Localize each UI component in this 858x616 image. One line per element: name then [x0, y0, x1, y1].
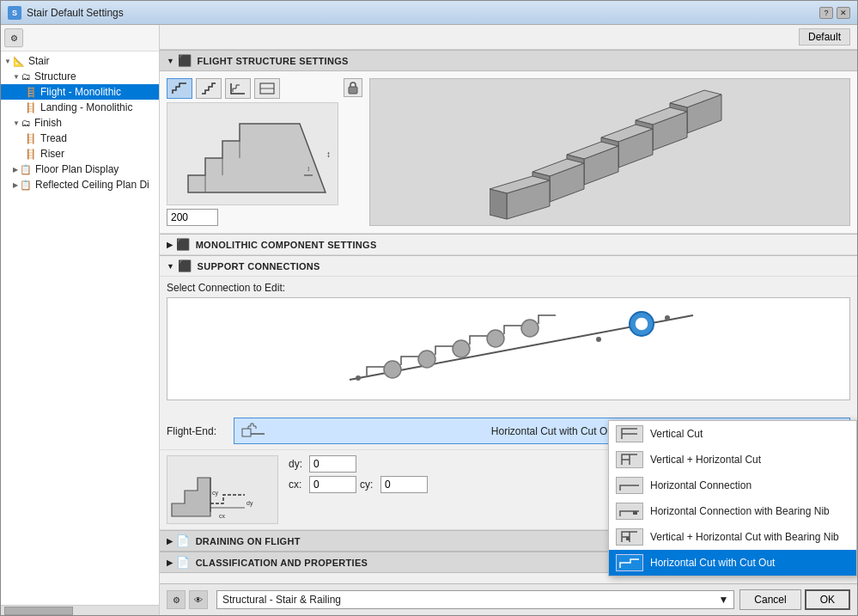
horizontal-connection-icon: [616, 477, 643, 494]
arrow-icon-flight-structure: ▼: [167, 57, 174, 65]
flight-structure-header[interactable]: ▼ ⬛ FLIGHT STRUCTURE SETTINGS: [160, 50, 857, 71]
cx-row: cx: cy:: [289, 476, 428, 493]
cy-input[interactable]: [380, 476, 428, 493]
help-button[interactable]: ?: [819, 7, 833, 19]
tree-label-tread: Tread: [40, 132, 67, 144]
popup-label-horizontal-cutout: Horizontal Cut with Cut Out: [650, 557, 775, 569]
flight-structure-section-icon: ⬛: [178, 54, 192, 67]
tree-item-riser[interactable]: 🪜 Riser: [1, 146, 159, 162]
stair-preview-small: ↕ ↕: [167, 102, 338, 205]
monolithic-label: MONOLITHIC COMPONENT SETTINGS: [196, 240, 377, 250]
structure-icon: 🗂: [21, 71, 31, 82]
tree-item-floor-plan[interactable]: ▶ 📋 Floor Plan Display: [1, 162, 159, 177]
svg-point-36: [596, 337, 601, 342]
structure-value-input[interactable]: [167, 209, 218, 226]
support-connections-header[interactable]: ▼ ⬛ SUPPORT CONNECTIONS: [160, 255, 857, 277]
coord-preview: dy cy cx: [167, 455, 278, 524]
monolithic-section-icon: ⬛: [176, 238, 190, 251]
vertical-cut-icon: [616, 425, 643, 442]
bottom-actions: Cancel OK: [739, 589, 850, 610]
tree-label-stair: Stair: [28, 55, 50, 67]
value-row: [167, 209, 338, 226]
lock-button[interactable]: [344, 78, 362, 97]
svg-text:cx: cx: [219, 513, 226, 519]
flight-end-label: Flight-End:: [167, 425, 227, 437]
expand-icon-floor: ▶: [13, 166, 18, 174]
cx-input[interactable]: [309, 476, 356, 493]
ok-button[interactable]: OK: [805, 589, 850, 610]
dropdown-icon: [241, 422, 265, 440]
arrow-icon-draining: ▶: [167, 537, 173, 546]
tree-item-tread[interactable]: 🪜 Tread: [1, 131, 159, 146]
horizontal-scrollbar[interactable]: [1, 605, 159, 615]
tree-item-flight-mono[interactable]: 🪜 Flight - Monolithic: [1, 84, 159, 100]
floor-plan-icon: 📋: [20, 164, 32, 175]
settings-icon-btn[interactable]: ⚙: [167, 590, 186, 609]
dialog-title: Stair Default Settings: [27, 7, 819, 19]
stair-type-buttons: [167, 78, 338, 99]
svg-point-30: [453, 340, 470, 357]
left-tree-panel: ⚙ ▼ 📐 Stair ▼ 🗂 Structure 🪜 Flight - Mon…: [1, 25, 160, 615]
dy-input[interactable]: [309, 455, 356, 473]
cancel-button[interactable]: Cancel: [739, 589, 800, 610]
bottom-left-icons: ⚙ 👁: [167, 590, 208, 609]
popup-item-horizontal-bearing[interactable]: Horizontal Connection with Bearing Nib: [609, 498, 856, 524]
classification-section-icon: 📄: [176, 556, 190, 569]
flight-structure-content: ↕ ↕: [160, 71, 857, 234]
draining-label: DRAINING ON FLIGHT: [196, 536, 301, 546]
title-bar: S Stair Default Settings ? ✕: [1, 1, 857, 25]
tree-label-flight-mono: Flight - Monolithic: [40, 86, 121, 98]
tree-tool-button[interactable]: ⚙: [4, 28, 23, 47]
bottom-dropdown-arrow: ▼: [718, 594, 728, 606]
vertical-horizontal-cut-icon: [616, 451, 643, 468]
flight-end-value: Horizontal Cut with Cut Out: [491, 425, 616, 437]
bottom-dropdown[interactable]: Structural - Stair & Railing ▼: [216, 590, 734, 609]
popup-label-vertical-cut: Vertical Cut: [650, 428, 703, 440]
tree-item-reflected[interactable]: ▶ 📋 Reflected Ceiling Plan Di: [1, 177, 159, 192]
eye-icon-btn[interactable]: 👁: [189, 590, 208, 609]
popup-item-horizontal-connection[interactable]: Horizontal Connection: [609, 473, 856, 498]
svg-rect-49: [633, 511, 637, 515]
popup-item-horizontal-cutout[interactable]: Horizontal Cut with Cut Out: [609, 550, 856, 576]
svg-text:cy: cy: [212, 490, 219, 497]
stair-type-btn-1[interactable]: [167, 78, 192, 99]
monolithic-header[interactable]: ▶ ⬛ MONOLITHIC COMPONENT SETTINGS: [160, 234, 857, 255]
popup-item-vertical-horizontal-bearing[interactable]: Vertical + Horizontal Cut with Bearing N…: [609, 524, 856, 550]
support-connections-label: SUPPORT CONNECTIONS: [198, 261, 320, 271]
svg-rect-8: [349, 87, 357, 94]
riser-icon: 🪜: [25, 149, 37, 160]
coordinate-inputs: dy: cx: cy:: [289, 455, 428, 493]
popup-label-vertical-horizontal: Vertical + Horizontal Cut: [650, 454, 761, 466]
flight-structure-label: FLIGHT STRUCTURE SETTINGS: [198, 56, 349, 66]
tree-item-stair[interactable]: ▼ 📐 Stair: [1, 53, 159, 69]
svg-rect-52: [626, 537, 630, 540]
horizontal-cutout-icon: [616, 554, 643, 571]
default-button[interactable]: Default: [799, 28, 850, 46]
tree-label-riser: Riser: [40, 148, 64, 160]
tree-item-structure[interactable]: ▼ 🗂 Structure: [1, 69, 159, 84]
top-bar: Default: [160, 25, 857, 50]
scrollbar-thumb[interactable]: [4, 607, 73, 615]
app-icon: S: [8, 6, 21, 20]
stair-type-btn-3[interactable]: [225, 78, 251, 99]
tree-label-floor-plan: Floor Plan Display: [35, 163, 119, 175]
popup-item-vertical-cut[interactable]: Vertical Cut: [609, 421, 856, 447]
popup-item-vertical-horizontal[interactable]: Vertical + Horizontal Cut: [609, 447, 856, 473]
expand-icon-reflected: ▶: [13, 181, 18, 189]
reflected-icon: 📋: [20, 180, 32, 191]
arrow-icon-monolithic: ▶: [167, 241, 173, 249]
svg-point-37: [665, 315, 670, 320]
landing-icon: 🪜: [25, 102, 37, 113]
tree-item-landing-mono[interactable]: 🪜 Landing - Monolithic: [1, 100, 159, 115]
stair-type-btn-2[interactable]: [196, 78, 222, 99]
svg-marker-2: [188, 124, 326, 192]
svg-text:dy: dy: [246, 500, 253, 507]
tree-label-structure: Structure: [34, 70, 76, 82]
close-button[interactable]: ✕: [837, 7, 850, 19]
tree-label-finish: Finish: [34, 117, 62, 129]
dy-label: dy:: [289, 458, 306, 470]
stair-3d-preview: [369, 78, 850, 226]
tree-item-finish[interactable]: ▼ 🗂 Finish: [1, 115, 159, 131]
expand-icon-stair: ▼: [4, 58, 11, 65]
stair-type-btn-4[interactable]: [254, 78, 280, 99]
